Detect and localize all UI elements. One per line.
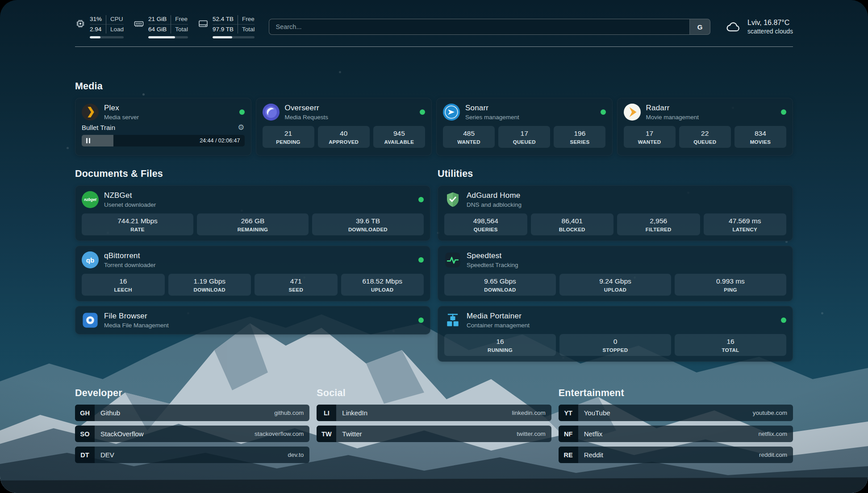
section-title-utilities: Utilities <box>438 168 793 180</box>
cpu-percent: 31% <box>90 15 106 25</box>
bookmark-netflix[interactable]: NF Netflix netflix.com <box>559 426 793 442</box>
bookmark-url: linkedin.com <box>512 409 551 416</box>
bookmark-abbr: RE <box>559 447 578 463</box>
search-engine-button[interactable]: G <box>689 19 710 34</box>
bookmark-youtube[interactable]: YT YouTube youtube.com <box>559 405 793 421</box>
bookmark-name: Twitter <box>336 430 517 438</box>
stat-ping: 0.993 msPING <box>675 274 786 296</box>
app-card-adguard[interactable]: AdGuard Home DNS and adblocking 498,564Q… <box>438 185 793 241</box>
stat-total: 16TOTAL <box>675 334 786 356</box>
adguard-icon <box>444 191 461 208</box>
app-card-speedtest[interactable]: Speedtest Speedtest Tracking 9.65 GbpsDO… <box>438 246 793 301</box>
cpu-load-value: 2.94 <box>90 25 106 33</box>
bookmark-stackoverflow[interactable]: SO StackOverflow stackoverflow.com <box>75 426 309 442</box>
app-subtitle: Usenet downloader <box>104 201 156 208</box>
app-card-overseerr[interactable]: Overseerr Media Requests 21PENDING 40APP… <box>256 98 432 156</box>
stat-queued: 17QUEUED <box>498 126 550 148</box>
bookmark-twitter[interactable]: TW Twitter twitter.com <box>317 426 551 442</box>
bookmark-github[interactable]: GH Github github.com <box>75 405 309 421</box>
app-name: Radarr <box>646 104 699 113</box>
dashboard-window: 31% CPU 2.94 Load 21 GiB Free 64 GiB Tot… <box>0 0 868 493</box>
stat-leech: 16LEECH <box>82 274 165 296</box>
cpu-icon <box>75 18 86 29</box>
bookmark-name: Reddit <box>578 451 759 459</box>
gear-icon[interactable]: ⚙ <box>238 124 244 131</box>
app-card-nzbget[interactable]: nzbget NZBGet Usenet downloader 744.21 M… <box>75 185 430 241</box>
app-card-sonarr[interactable]: Sonarr Series management 485WANTED 17QUE… <box>436 98 613 156</box>
app-card-qbittorrent[interactable]: qb qBittorrent Torrent downloader 16LEEC… <box>75 246 430 301</box>
stat-queries: 498,564QUERIES <box>444 213 527 235</box>
disk-free-value: 52.4 TB <box>213 15 238 25</box>
stat-approved: 40APPROVED <box>318 126 370 148</box>
utilities-column: Utilities AdGuard Home DNS and adblockin… <box>438 168 793 362</box>
app-name: Sonarr <box>465 104 519 113</box>
stat-download: 1.19 GbpsDOWNLOAD <box>168 274 251 296</box>
plex-icon <box>82 104 99 121</box>
bookmark-name: YouTube <box>578 409 753 417</box>
ram-stat-widget: 21 GiB Free 64 GiB Total <box>134 15 188 38</box>
bookmark-abbr: DT <box>75 447 95 463</box>
stat-rate: 744.21 MbpsRATE <box>82 213 193 235</box>
bookmark-linkedin[interactable]: LI LinkedIn linkedin.com <box>317 405 551 421</box>
stat-blocked: 86,401BLOCKED <box>531 213 614 235</box>
stat-seed: 471SEED <box>255 274 338 296</box>
disk-usage-bar <box>213 36 255 38</box>
app-name: Media Portainer <box>467 312 530 321</box>
bookmark-name: Netflix <box>578 430 759 438</box>
ram-free-value: 21 GiB <box>148 15 171 25</box>
app-card-filebrowser[interactable]: File Browser Media File Management <box>75 306 430 334</box>
pause-icon[interactable] <box>86 138 90 143</box>
app-name: Overseerr <box>285 104 329 113</box>
bookmark-name: DEV <box>95 451 288 459</box>
app-subtitle: Media server <box>104 114 139 121</box>
app-card-portainer[interactable]: Media Portainer Container management 16R… <box>438 306 793 362</box>
stat-download: 9.65 GbpsDOWNLOAD <box>444 274 556 296</box>
app-subtitle: Media File Management <box>104 322 169 329</box>
section-media: Media Plex Media server Bullet <box>75 81 793 156</box>
disk-free-label: Free <box>238 15 255 25</box>
stat-movies: 834MOVIES <box>734 126 786 148</box>
top-bar: 31% CPU 2.94 Load 21 GiB Free 64 GiB Tot… <box>75 15 793 38</box>
section-title-documents: Documents & Files <box>75 168 430 180</box>
entertainment-bookmarks: Entertainment YT YouTube youtube.com NF … <box>559 388 793 468</box>
ram-icon <box>134 18 144 29</box>
ram-total-value: 64 GiB <box>148 25 171 33</box>
qbittorrent-icon: qb <box>82 251 99 268</box>
bookmark-abbr: LI <box>317 405 336 421</box>
svg-text:qb: qb <box>86 256 94 264</box>
app-subtitle: Torrent downloader <box>104 262 156 268</box>
bookmark-abbr: TW <box>317 426 336 442</box>
stat-pending: 21PENDING <box>263 126 314 148</box>
bookmark-reddit[interactable]: RE Reddit reddit.com <box>559 447 793 463</box>
app-card-radarr[interactable]: Radarr Movie management 17WANTED 22QUEUE… <box>617 98 793 156</box>
playback-progress-bar[interactable]: 24:44 / 02:06:47 <box>82 135 245 146</box>
bookmark-dev[interactable]: DT DEV dev.to <box>75 447 309 463</box>
weather-widget[interactable]: Lviv, 16.87°C scattered clouds <box>724 19 793 35</box>
overseerr-icon <box>263 104 280 121</box>
status-dot-online <box>781 109 786 115</box>
app-card-plex[interactable]: Plex Media server Bullet Train ⚙ 24:44 /… <box>75 98 251 156</box>
app-subtitle: Media Requests <box>285 114 329 121</box>
stat-wanted: 17WANTED <box>624 126 676 148</box>
status-dot-online <box>781 318 786 323</box>
status-dot-online <box>418 257 424 263</box>
bookmark-abbr: YT <box>559 405 578 421</box>
status-dot-online <box>418 318 424 323</box>
app-subtitle: Movie management <box>646 114 699 121</box>
search-input[interactable] <box>269 19 689 34</box>
bookmark-url: stackoverflow.com <box>255 430 309 437</box>
stat-filtered: 2,956FILTERED <box>617 213 700 235</box>
section-title-entertainment: Entertainment <box>559 388 793 399</box>
stat-series: 196SERIES <box>554 126 605 148</box>
snow-specks <box>0 0 1 1</box>
app-name: Plex <box>104 104 139 113</box>
section-title-developer: Developer <box>75 388 309 399</box>
stat-wanted: 485WANTED <box>443 126 495 148</box>
bookmark-name: LinkedIn <box>336 409 512 417</box>
speedtest-icon <box>444 251 461 268</box>
developer-bookmarks: Developer GH Github github.com SO StackO… <box>75 388 309 468</box>
portainer-icon <box>444 312 461 329</box>
weather-condition: scattered clouds <box>747 28 793 35</box>
stat-latency: 47.569 msLATENCY <box>704 213 787 235</box>
search-bar: G <box>269 19 710 35</box>
